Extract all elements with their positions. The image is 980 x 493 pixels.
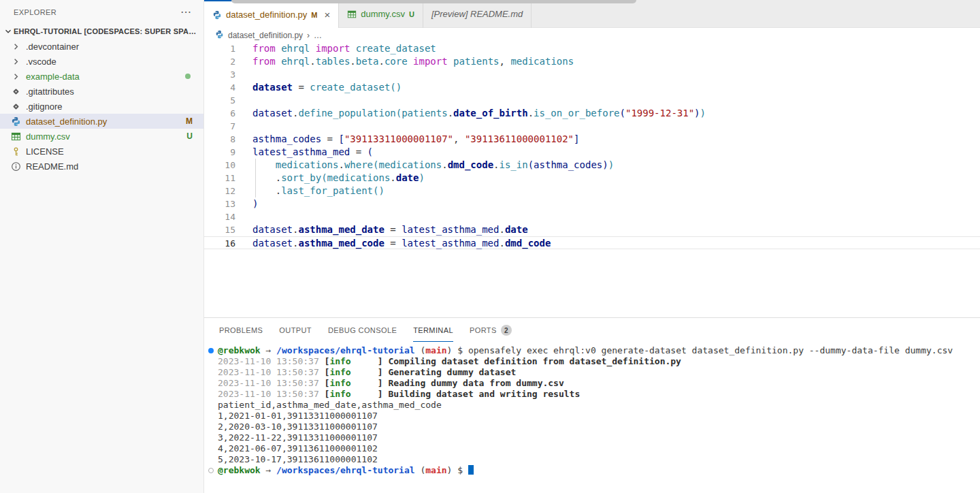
python-icon xyxy=(11,116,23,127)
code-line-7[interactable]: 7 xyxy=(204,120,980,133)
more-actions-icon[interactable]: ⋯ xyxy=(176,7,195,17)
explorer-item-license[interactable]: LICENSE xyxy=(0,144,203,159)
terminal-user: @rebkwok xyxy=(218,465,261,475)
line-number: 10 xyxy=(204,159,235,172)
code-line-6[interactable]: 6dataset.define_population(patients.date… xyxy=(204,107,980,120)
explorer-header: EXPLORER ⋯ xyxy=(0,0,203,24)
code-line-3[interactable]: 3 xyxy=(204,68,980,81)
terminal-arrow: → xyxy=(261,465,276,475)
code-line-2[interactable]: 2from ehrql.tables.beta.core import pati… xyxy=(204,55,980,68)
panel-tab-debug-console[interactable]: DEBUG CONSOLE xyxy=(328,318,397,342)
close-icon[interactable]: × xyxy=(324,9,330,20)
breadcrumb-separator: › xyxy=(307,31,310,40)
line-number: 12 xyxy=(204,185,235,197)
editor-tabs: dataset_definition.pyM×dummy.csvU[Previe… xyxy=(204,0,980,28)
code-text: .sort_by(medications.date) xyxy=(235,172,425,183)
code-text xyxy=(235,211,252,222)
terminal-git-branch: main xyxy=(425,345,446,355)
breadcrumb-file[interactable]: dataset_definition.py xyxy=(228,31,303,40)
chevron-down-icon xyxy=(3,26,14,37)
file-label: LICENSE xyxy=(26,146,203,157)
file-label: dataset_definition.py xyxy=(26,116,186,127)
terminal-line-log: 2023-11-10 13:50:37 [info ] Building dat… xyxy=(218,389,980,400)
log-level: info xyxy=(329,367,350,377)
panel-tab-label: PORTS xyxy=(470,326,497,334)
ports-count-badge: 2 xyxy=(501,325,512,336)
panel-tab-ports[interactable]: PORTS2 xyxy=(470,318,512,342)
code-line-15[interactable]: 15dataset.asthma_med_date = latest_asthm… xyxy=(204,223,980,236)
code-line-5[interactable]: 5 xyxy=(204,94,980,107)
terminal-output: 1,2021-01-01,39113311000001107 xyxy=(218,411,378,421)
explorer-item-example-data[interactable]: example-data xyxy=(0,69,203,84)
explorer-title: EXPLORER xyxy=(14,8,176,16)
explorer-item--vscode[interactable]: .vscode xyxy=(0,54,203,69)
code-line-13[interactable]: 13) xyxy=(204,197,980,210)
panel-tab-label: TERMINAL xyxy=(413,326,453,334)
line-number: 15 xyxy=(204,223,235,236)
code-text: .last_for_patient() xyxy=(235,185,385,196)
terminal-cwd: /workspaces/ehrql-tutorial xyxy=(276,345,415,355)
terminal-line-out: 1,2021-01-01,39113311000001107 xyxy=(218,411,980,422)
panel-tab-output[interactable]: OUTPUT xyxy=(279,318,312,342)
terminal-line-out: 3,2022-11-22,39113311000001107 xyxy=(218,432,980,443)
terminal-line-log: 2023-11-10 13:50:37 [info ] Generating d… xyxy=(218,367,980,378)
tab-dataset-definition-py[interactable]: dataset_definition.pyM× xyxy=(204,0,339,28)
chevron-right-icon xyxy=(11,56,23,67)
explorer-item--gitattributes[interactable]: .gitattributes xyxy=(0,84,203,99)
code-text: medications.where(medications.dmd_code.i… xyxy=(235,159,614,170)
tab-dummy-csv[interactable]: dummy.csvU xyxy=(339,0,423,28)
code-line-14[interactable]: 14 xyxy=(204,210,980,223)
line-number: 8 xyxy=(204,133,235,146)
terminal-line-out: patient_id,asthma_med_date,asthma_med_co… xyxy=(218,400,980,411)
terminal-line-prompt: @rebkwok → /workspaces/ehrql-tutorial (m… xyxy=(218,465,980,476)
panel-tab-terminal[interactable]: TERMINAL xyxy=(413,318,453,342)
code-line-1[interactable]: 1from ehrql import create_dataset xyxy=(204,42,980,55)
code-line-4[interactable]: 4dataset = create_dataset() xyxy=(204,81,980,94)
workspace-section-header[interactable]: EHRQL-TUTORIAL [CODESPACES: SUPER SPACE … xyxy=(0,24,203,39)
terminal-cwd: /workspaces/ehrql-tutorial xyxy=(276,465,415,475)
explorer-item--gitignore[interactable]: .gitignore xyxy=(0,99,203,114)
git-status-badge: M xyxy=(186,116,193,126)
panel-tab-problems[interactable]: PROBLEMS xyxy=(219,318,263,342)
terminal-line-log: 2023-11-10 13:50:37 [info ] Compiling da… xyxy=(218,356,980,367)
code-line-10[interactable]: 10 medications.where(medications.dmd_cod… xyxy=(204,159,980,172)
log-message: Compiling dataset definition from datase… xyxy=(388,356,681,366)
explorer-item-readme-md[interactable]: README.md xyxy=(0,159,203,174)
line-number: 14 xyxy=(204,210,235,223)
panel-tabs: PROBLEMSOUTPUTDEBUG CONSOLETERMINALPORTS… xyxy=(204,318,980,342)
explorer-item--devcontainer[interactable]: .devcontainer xyxy=(0,39,203,54)
code-line-8[interactable]: 8asthma_codes = ["39113311000001107", "3… xyxy=(204,133,980,146)
explorer-item-dummy-csv[interactable]: dummy.csvU xyxy=(0,129,203,144)
code-line-11[interactable]: 11 .sort_by(medications.date) xyxy=(204,172,980,185)
terminal-line-out: 2,2020-03-10,39113311000001107 xyxy=(218,422,980,432)
file-label: .gitattributes xyxy=(26,86,203,97)
terminal[interactable]: @rebkwok → /workspaces/ehrql-tutorial (m… xyxy=(204,345,980,493)
code-text: from ehrql.tables.beta.core import patie… xyxy=(235,56,574,67)
terminal-cursor xyxy=(468,465,474,475)
code-editor[interactable]: 1from ehrql import create_dataset2from e… xyxy=(204,42,980,317)
code-text: dataset.asthma_med_code = latest_asthma_… xyxy=(235,238,551,249)
terminal-output: 5,2023-10-17,39113611000001102 xyxy=(218,454,378,464)
line-number: 9 xyxy=(204,146,235,159)
command-decoration-hollow[interactable] xyxy=(208,468,214,473)
line-number: 7 xyxy=(204,120,235,133)
terminal-output: 2,2020-03-10,39113311000001107 xyxy=(218,422,378,432)
code-line-16[interactable]: 16dataset.asthma_med_code = latest_asthm… xyxy=(204,236,980,249)
file-tree: .devcontainer.vscodeexample-data.gitattr… xyxy=(0,39,203,174)
code-line-12[interactable]: 12 .last_for_patient() xyxy=(204,185,980,197)
code-line-9[interactable]: 9latest_asthma_med = ( xyxy=(204,146,980,159)
file-label: .vscode xyxy=(26,57,203,67)
command-decoration-filled[interactable] xyxy=(208,348,214,353)
tab-label: [Preview] README.md xyxy=(431,9,523,19)
tab--preview-readme-md[interactable]: [Preview] README.md xyxy=(423,0,532,28)
tab-git-badge: U xyxy=(409,10,414,18)
code-text: dataset = create_dataset() xyxy=(235,82,402,93)
line-number: 13 xyxy=(204,197,235,210)
log-level: info xyxy=(329,378,350,388)
explorer-item-dataset-definition-py[interactable]: dataset_definition.pyM xyxy=(0,114,203,129)
breadcrumb-more[interactable]: … xyxy=(314,31,322,40)
bottom-panel: PROBLEMSOUTPUTDEBUG CONSOLETERMINALPORTS… xyxy=(204,317,980,493)
tab-label: dummy.csv xyxy=(361,9,405,19)
file-label: .devcontainer xyxy=(26,42,203,52)
key-icon xyxy=(11,146,23,157)
